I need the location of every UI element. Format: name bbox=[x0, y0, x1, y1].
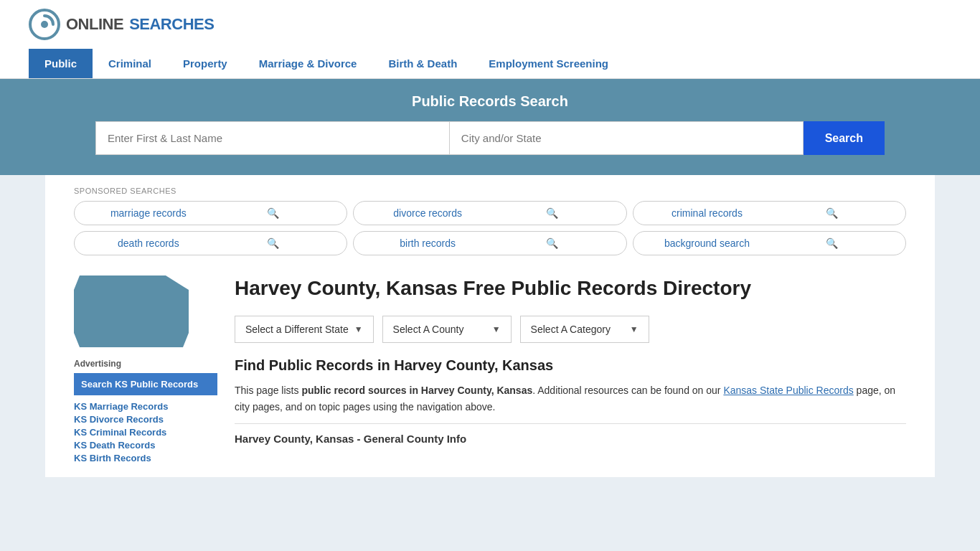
search-row: Search bbox=[95, 121, 885, 155]
nav-birth-death[interactable]: Birth & Death bbox=[372, 49, 473, 78]
name-input[interactable] bbox=[95, 121, 449, 155]
sidebar-link-death[interactable]: KS Death Records bbox=[74, 440, 217, 451]
search-icon-divorce: 🔍 bbox=[490, 207, 615, 219]
sponsored-background-label: background search bbox=[645, 237, 770, 249]
nav-criminal[interactable]: Criminal bbox=[93, 49, 167, 78]
nav-marriage-divorce[interactable]: Marriage & Divorce bbox=[243, 49, 373, 78]
sponsored-death-label: death records bbox=[86, 237, 211, 249]
location-input[interactable] bbox=[449, 121, 804, 155]
state-dropdown-label: Select a Different State bbox=[245, 324, 349, 335]
main-content: SPONSORED SEARCHES marriage records 🔍 di… bbox=[45, 175, 935, 477]
sponsored-divorce-label: divorce records bbox=[365, 207, 490, 219]
county-dropdown-arrow: ▼ bbox=[492, 324, 501, 334]
page-title: Harvey County, Kansas Free Public Record… bbox=[235, 276, 906, 301]
sponsored-item-birth[interactable]: birth records 🔍 bbox=[353, 231, 626, 255]
sidebar: Advertising Search KS Public Records KS … bbox=[74, 276, 217, 466]
sponsored-item-criminal[interactable]: criminal records 🔍 bbox=[633, 201, 906, 225]
desc-part1: This page lists bbox=[235, 385, 301, 396]
svg-point-1 bbox=[41, 21, 48, 28]
search-button[interactable]: Search bbox=[804, 121, 885, 155]
nav-employment[interactable]: Employment Screening bbox=[473, 49, 624, 78]
sponsored-item-background[interactable]: background search 🔍 bbox=[633, 231, 906, 255]
sidebar-link-birth[interactable]: KS Birth Records bbox=[74, 453, 217, 463]
desc-part2: . Additional resources can be found on o… bbox=[532, 385, 723, 396]
search-icon-criminal: 🔍 bbox=[769, 207, 894, 219]
sponsored-item-marriage[interactable]: marriage records 🔍 bbox=[74, 201, 347, 225]
category-dropdown-label: Select A Category bbox=[531, 324, 611, 335]
logo[interactable]: ONLINESEARCHES bbox=[29, 9, 214, 40]
desc-link[interactable]: Kansas State Public Records bbox=[723, 385, 853, 396]
logo-icon bbox=[29, 9, 60, 40]
state-dropdown[interactable]: Select a Different State ▼ bbox=[235, 316, 374, 343]
find-description: This page lists public record sources in… bbox=[235, 382, 906, 415]
search-icon-birth: 🔍 bbox=[490, 237, 615, 249]
search-section: Public Records Search Search bbox=[0, 79, 980, 175]
sidebar-link-marriage[interactable]: KS Marriage Records bbox=[74, 401, 217, 412]
logo-searches-text: SEARCHES bbox=[129, 15, 214, 34]
sponsored-item-death[interactable]: death records 🔍 bbox=[74, 231, 347, 255]
sponsored-marriage-label: marriage records bbox=[86, 207, 211, 219]
sponsored-section: SPONSORED SEARCHES marriage records 🔍 di… bbox=[74, 187, 906, 255]
main-nav: Public Criminal Property Marriage & Divo… bbox=[0, 49, 980, 79]
header: ONLINESEARCHES bbox=[0, 0, 980, 49]
category-dropdown[interactable]: Select A Category ▼ bbox=[520, 316, 649, 343]
search-section-title: Public Records Search bbox=[29, 93, 951, 110]
nav-public[interactable]: Public bbox=[29, 49, 93, 78]
sidebar-advertising-label: Advertising bbox=[74, 359, 217, 369]
sidebar-link-criminal[interactable]: KS Criminal Records bbox=[74, 427, 217, 438]
body-layout: Advertising Search KS Public Records KS … bbox=[74, 270, 906, 466]
dropdowns-row: Select a Different State ▼ Select A Coun… bbox=[235, 316, 906, 343]
sponsored-grid: marriage records 🔍 divorce records 🔍 cri… bbox=[74, 201, 906, 255]
desc-bold: public record sources in Harvey County, … bbox=[301, 385, 532, 396]
logo-online-text: ONLINE bbox=[66, 15, 123, 34]
state-dropdown-arrow: ▼ bbox=[354, 324, 363, 334]
search-icon-background: 🔍 bbox=[769, 237, 894, 249]
kansas-map-shape bbox=[74, 276, 189, 347]
sponsored-item-divorce[interactable]: divorce records 🔍 bbox=[353, 201, 626, 225]
sidebar-link-divorce[interactable]: KS Divorce Records bbox=[74, 414, 217, 425]
nav-property[interactable]: Property bbox=[167, 49, 243, 78]
county-dropdown-label: Select A County bbox=[393, 324, 464, 335]
sidebar-ad-box[interactable]: Search KS Public Records bbox=[74, 373, 217, 395]
find-records-title: Find Public Records in Harvey County, Ka… bbox=[235, 357, 906, 374]
search-icon-marriage: 🔍 bbox=[211, 207, 336, 219]
search-icon-death: 🔍 bbox=[211, 237, 336, 249]
sponsored-label: SPONSORED SEARCHES bbox=[74, 187, 906, 195]
county-dropdown[interactable]: Select A County ▼ bbox=[382, 316, 512, 343]
main-area: Harvey County, Kansas Free Public Record… bbox=[235, 276, 906, 466]
county-info-title: Harvey County, Kansas - General County I… bbox=[235, 423, 906, 445]
category-dropdown-arrow: ▼ bbox=[630, 324, 639, 334]
sponsored-birth-label: birth records bbox=[365, 237, 490, 249]
sponsored-criminal-label: criminal records bbox=[645, 207, 770, 219]
